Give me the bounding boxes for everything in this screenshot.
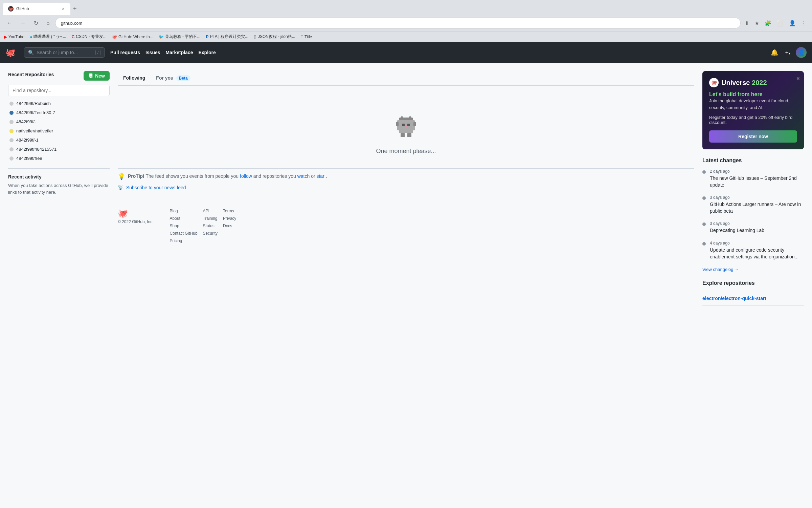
footer-link-security[interactable]: Security [203,231,218,236]
svg-rect-8 [407,124,410,126]
repo-name-6: 4842f99f/free [16,156,42,161]
tab-close-button[interactable]: × [61,6,65,12]
search-slash-hint: / [95,50,100,55]
footer-logo: 🐙 [118,209,154,218]
register-now-button[interactable]: Register now [709,130,797,143]
bookmark-bilibili[interactable]: ● 哔哩哔哩 ( " -)っ... [30,34,66,40]
user-avatar[interactable]: 👤 [796,47,807,58]
bookmark-csdn[interactable]: C CSDN - 专业发... [72,34,107,40]
footer-link-docs[interactable]: Docs [223,224,236,228]
universe-close-button[interactable]: × [796,75,800,82]
nav-right: 🔔 +▾ 👤 [769,47,807,58]
repo-item-3[interactable]: nativefier/nativefier [8,126,110,135]
subscribe-link[interactable]: Subscribe to your news feed [126,185,186,190]
create-plus-button[interactable]: +▾ [784,48,792,58]
bookmark-runoob[interactable]: 🐦 菜鸟教程 - 学的不... [159,34,201,40]
rss-icon: 📡 [118,185,123,190]
repo-item-1[interactable]: 4842f99f/TestIn30-7 [8,108,110,117]
repo-item-0[interactable]: 4842f99f/Rubbish [8,99,110,108]
nav-marketplace[interactable]: Marketplace [166,50,193,55]
tab-for-you[interactable]: For you Beta [151,71,196,85]
browser-tab-github[interactable]: 🐙 GitHub × [3,3,70,15]
new-repo-button[interactable]: New [84,71,110,81]
sidebar-header: Recent Repositories New [8,71,110,81]
footer-link-status[interactable]: Status [203,224,218,228]
right-panel: × 🐙 Universe 2022 Let's build from here … [702,71,804,499]
book-icon [88,73,93,78]
footer-link-shop[interactable]: Shop [170,224,198,228]
home-button[interactable]: ⌂ [44,19,52,27]
search-bar[interactable]: 🔍 Search or jump to... / [24,47,105,58]
svg-rect-7 [402,124,405,126]
refresh-button[interactable]: ↻ [31,19,41,28]
nav-explore[interactable]: Explore [198,50,216,55]
footer-link-training[interactable]: Training [203,216,218,221]
repo-item-2[interactable]: 4842f99f/- [8,117,110,126]
extensions-icon[interactable]: 🧩 [763,19,773,28]
repo-name-5: 4842f99f/484215571 [16,147,57,152]
repo-name-0: 4842f99f/Rubbish [16,101,51,106]
notifications-bell-icon[interactable]: 🔔 [769,47,780,58]
changelog-title-3[interactable]: Update and configure code security enabl… [710,247,804,260]
protip-text-part1: The feed shows you events from people yo… [145,173,240,179]
recent-activity-text: When you take actions across GitHub, we'… [8,182,110,195]
changelog-time-3: 4 days ago [710,241,804,246]
sidebar: Recent Repositories New 4842f99f/Rubbish… [8,71,110,499]
back-button[interactable]: ← [4,19,15,27]
tab-following[interactable]: Following [118,71,151,85]
new-tab-button[interactable]: + [70,4,80,14]
feed-tab-bar: Following For you Beta [118,71,694,86]
nav-issues[interactable]: Issues [145,50,160,55]
changelog-time-2: 3 days ago [710,221,764,226]
repo-name-2: 4842f99f/- [16,119,36,124]
footer-link-terms[interactable]: Terms [223,209,236,213]
explore-repo-name-0[interactable]: electron/electron-quick-start [702,296,804,301]
address-bar[interactable]: github.com [55,18,741,28]
footer-link-api[interactable]: API [203,209,218,213]
footer-link-contact[interactable]: Contact GitHub [170,231,198,236]
sidebar-divider [8,168,110,169]
forward-button[interactable]: → [18,19,28,27]
repo-lang-dot-5 [9,147,14,151]
changelog-time-0: 2 days ago [710,169,804,174]
repo-item-5[interactable]: 4842f99f/484215571 [8,145,110,154]
footer-link-about[interactable]: About [170,216,198,221]
subscribe-row: 📡 Subscribe to your news feed [118,183,694,192]
changelog-title-2[interactable]: Deprecating Learning Lab [710,227,764,234]
star-link[interactable]: star [316,173,324,179]
svg-rect-3 [413,122,416,126]
svg-rect-4 [399,130,413,133]
github-navbar: 🐙 🔍 Search or jump to... / Pull requests… [0,42,812,63]
footer-link-privacy[interactable]: Privacy [223,216,236,221]
bookmark-title[interactable]: T Title [301,35,312,39]
split-view-icon[interactable]: ⬜ [775,19,785,28]
view-changelog-link[interactable]: View changelog → [702,267,804,272]
bookmark-github[interactable]: 🐙 GitHub: Where th... [112,35,153,39]
repo-lang-dot-6 [9,156,14,161]
recent-repo-list: 4842f99f/Rubbish 4842f99f/TestIn30-7 484… [8,99,110,163]
bookmark-pta[interactable]: P PTA | 程序设计类实... [206,34,248,40]
bookmark-json[interactable]: {} JSON教程 - json格... [254,34,295,40]
changelog-content-2: 3 days ago Deprecating Learning Lab [710,221,764,234]
changelog-item-1: 3 days ago GitHub Actions Larger runners… [702,195,804,214]
footer-link-blog[interactable]: Blog [170,209,198,213]
star-icon[interactable]: ★ [753,19,761,28]
nav-pull-requests[interactable]: Pull requests [110,50,140,55]
bookmark-youtube[interactable]: ▶ YouTube [4,35,24,39]
footer-link-pricing[interactable]: Pricing [170,238,198,243]
changelog-title-0[interactable]: The new GitHub Issues – September 2nd up… [710,175,804,188]
repo-search-input[interactable] [8,85,110,96]
profile-icon[interactable]: 👤 [788,19,797,28]
repo-item-4[interactable]: 4842f99f/-1 [8,135,110,145]
github-logo[interactable]: 🐙 [5,48,16,57]
watch-link[interactable]: watch [297,173,310,179]
follow-link[interactable]: follow [240,173,252,179]
universe-logo-icon: 🐙 [709,78,719,87]
share-icon[interactable]: ⬆ [743,19,750,28]
changelog-title-1[interactable]: GitHub Actions Larger runners – Are now … [710,201,804,214]
protip-text-end: . [326,173,327,179]
changelog-content-0: 2 days ago The new GitHub Issues – Septe… [710,169,804,188]
menu-icon[interactable]: ⋮ [800,19,808,28]
repo-name-3: nativefier/nativefier [16,128,53,133]
repo-item-6[interactable]: 4842f99f/free [8,154,110,163]
